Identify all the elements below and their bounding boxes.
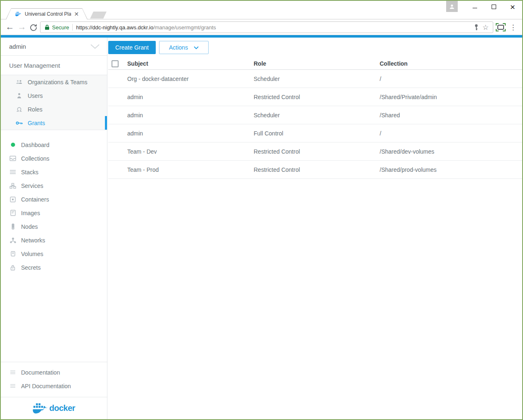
cell-collection: / xyxy=(380,76,522,82)
sidebar-item-stacks[interactable]: Stacks xyxy=(1,165,107,179)
sidebar-item-label: Grants xyxy=(28,120,45,126)
stacks-icon xyxy=(9,170,17,174)
volumes-icon xyxy=(9,251,17,256)
actions-label: Actions xyxy=(169,44,188,51)
sidebar-item-label: Organizations & Teams xyxy=(28,79,87,85)
secure-label: Secure xyxy=(52,24,69,31)
organizations-icon xyxy=(16,79,23,85)
maximize-button[interactable] xyxy=(484,1,503,13)
docker-logo: docker xyxy=(1,397,107,419)
cell-collection: /Shared/Private/admin xyxy=(380,94,522,100)
containers-icon xyxy=(9,197,17,202)
tab-close-icon[interactable]: ✕ xyxy=(74,11,79,17)
table-row[interactable]: Org - docker-datacenter Scheduler / xyxy=(108,70,522,88)
cell-collection: /Shared/dev-volumes xyxy=(380,148,522,155)
sidebar-item-dashboard[interactable]: Dashboard xyxy=(1,138,107,152)
docker-whale-icon xyxy=(33,403,48,414)
services-icon xyxy=(9,183,17,189)
user-management-subpanel: Organizations & Teams Users xyxy=(1,75,107,130)
collections-icon xyxy=(9,156,17,161)
browser-menu-icon[interactable]: ⋮ xyxy=(509,22,517,33)
close-button[interactable]: × xyxy=(503,1,522,13)
table-row[interactable]: admin Full Control / xyxy=(108,124,522,142)
user-name: admin xyxy=(9,43,90,50)
create-grant-button[interactable]: Create Grant xyxy=(108,41,156,54)
roles-icon xyxy=(16,107,23,112)
cell-role: Restricted Control xyxy=(254,166,380,173)
cell-collection: / xyxy=(380,130,522,137)
sidebar-item-nodes[interactable]: Nodes xyxy=(1,220,107,233)
active-indicator xyxy=(105,116,107,130)
profile-avatar-icon[interactable] xyxy=(446,1,458,12)
table-header-row: Subject Role Collection xyxy=(108,58,522,70)
dashboard-dot-icon xyxy=(9,142,17,147)
cell-role: Restricted Control xyxy=(254,94,380,100)
browser-tab[interactable]: Universal Control Plane ✕ xyxy=(6,8,88,19)
actions-dropdown[interactable]: Actions xyxy=(159,41,209,54)
cell-subject: admin xyxy=(127,94,254,100)
minimize-button[interactable] xyxy=(465,1,484,13)
sidebar-item-images[interactable]: Images xyxy=(1,206,107,220)
docker-favicon-icon xyxy=(15,11,22,17)
url-bar[interactable]: Secure https://ddc-nightly.qa.aws.dckr.i… xyxy=(40,21,493,33)
password-key-icon[interactable] xyxy=(473,24,479,31)
sidebar-item-api-documentation[interactable]: API Documentation xyxy=(1,379,107,393)
lock-icon xyxy=(45,24,50,30)
titlebar: Universal Control Plane ✕ × xyxy=(1,1,522,19)
reload-icon[interactable] xyxy=(30,24,37,31)
new-tab-button[interactable] xyxy=(90,12,107,19)
docker-wordmark: docker xyxy=(49,403,75,413)
url-separator xyxy=(72,24,73,31)
grants-table: Subject Role Collection Org - docker-dat… xyxy=(108,58,522,179)
images-icon xyxy=(9,210,17,216)
cell-subject: admin xyxy=(127,112,254,119)
column-header-collection: Collection xyxy=(380,60,522,67)
lock-icon xyxy=(9,265,17,271)
user-icon xyxy=(16,93,23,99)
cell-role: Scheduler xyxy=(254,76,380,82)
sidebar-item-label: Roles xyxy=(28,106,43,113)
main-navigation: Dashboard Collections xyxy=(1,138,107,274)
table-row[interactable]: Team - Dev Restricted Control /Shared/de… xyxy=(108,142,522,161)
cell-subject: admin xyxy=(127,130,254,137)
secure-badge[interactable]: Secure xyxy=(45,24,69,31)
forward-icon: → xyxy=(16,21,28,33)
sidebar: admin User Management Organizations xyxy=(1,38,107,419)
select-all-checkbox[interactable] xyxy=(112,60,119,67)
sidebar-item-containers[interactable]: Containers xyxy=(1,192,107,206)
column-header-subject: Subject xyxy=(127,60,254,67)
sidebar-item-networks[interactable]: Networks xyxy=(1,233,107,247)
cell-role: Scheduler xyxy=(254,112,380,119)
back-icon[interactable]: ← xyxy=(4,21,16,33)
table-row[interactable]: admin Scheduler /Shared xyxy=(108,106,522,124)
sidebar-item-secrets[interactable]: Secrets xyxy=(1,261,107,274)
cell-subject: Team - Dev xyxy=(127,148,254,155)
sidebar-item-organizations-teams[interactable]: Organizations & Teams xyxy=(1,75,107,89)
sidebar-item-label: Users xyxy=(28,93,43,99)
doc-lines-icon xyxy=(9,384,17,388)
sidebar-item-roles[interactable]: Roles xyxy=(1,102,107,116)
cell-collection: /Shared/prod-volumes xyxy=(380,166,522,173)
tab-title: Universal Control Plane xyxy=(25,11,71,17)
cell-role: Full Control xyxy=(254,130,380,137)
table-row[interactable]: admin Restricted Control /Shared/Private… xyxy=(108,88,522,106)
user-management-section: User Management xyxy=(1,56,107,75)
nodes-icon xyxy=(9,223,17,230)
key-icon xyxy=(16,121,23,125)
networks-icon xyxy=(9,237,17,243)
user-menu[interactable]: admin xyxy=(1,38,107,56)
sidebar-item-users[interactable]: Users xyxy=(1,89,107,102)
screen-capture-icon[interactable] xyxy=(496,23,506,31)
sidebar-item-volumes[interactable]: Volumes xyxy=(1,247,107,261)
chevron-down-icon xyxy=(90,44,100,49)
sidebar-item-collections[interactable]: Collections xyxy=(1,152,107,165)
bookmark-star-icon[interactable]: ☆ xyxy=(483,23,489,32)
table-row[interactable]: Team - Prod Restricted Control /Shared/p… xyxy=(108,161,522,179)
sidebar-item-grants[interactable]: Grants xyxy=(1,116,107,130)
cell-role: Restricted Control xyxy=(254,148,380,155)
url-text[interactable]: https://ddc-nightly.qa.aws.dckr.io/manag… xyxy=(76,24,216,31)
sidebar-item-documentation[interactable]: Documentation xyxy=(1,365,107,379)
doc-lines-icon xyxy=(9,370,17,374)
column-header-role: Role xyxy=(254,60,380,67)
sidebar-item-services[interactable]: Services xyxy=(1,179,107,192)
